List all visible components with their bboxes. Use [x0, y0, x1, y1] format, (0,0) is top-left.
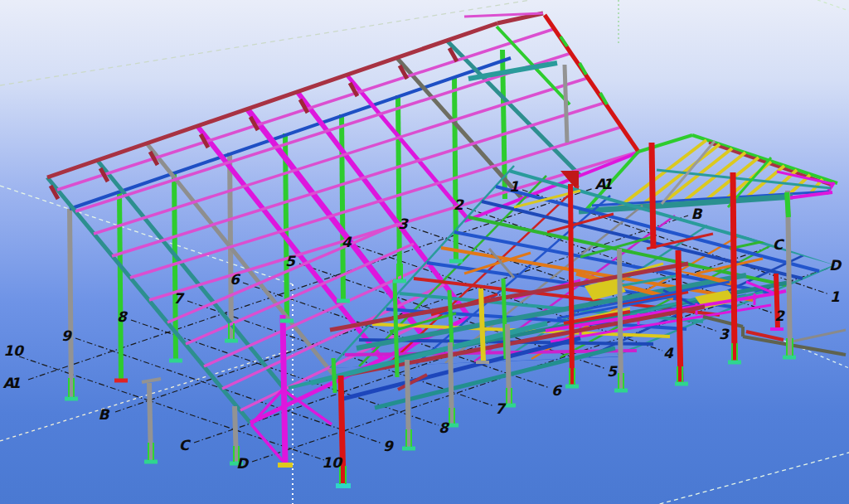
model-view-canvas[interactable]: 1122334455667788991010A1A1BBCCDD: [0, 0, 849, 504]
grid-label-number-10-nw: 10: [3, 342, 25, 359]
grid-label-number-1-se: 1: [830, 288, 840, 305]
grid-label-letter-B-e: B: [691, 206, 703, 222]
grid-label-number-5-se: 5: [607, 363, 618, 380]
grid-label-letter-D-w: D: [236, 455, 250, 472]
grid-label-letter-B-w: B: [99, 406, 110, 423]
grid-label-number-3-nw: 3: [398, 216, 409, 232]
grid-label-number-3-se: 3: [719, 326, 730, 342]
grid-label-number-2-se: 2: [774, 308, 785, 324]
grid-label-number-1-nw: 1: [509, 178, 519, 195]
grid-label-number-10-se: 10: [322, 454, 343, 471]
grid-label-number-2-nw: 2: [454, 196, 464, 213]
grid-label-number-4-se: 4: [663, 345, 674, 361]
grid-label-number-4-nw: 4: [342, 234, 352, 250]
model-viewport[interactable]: 1122334455667788991010A1A1BBCCDD: [0, 0, 849, 504]
grid-label-letter-D-e: D: [829, 257, 842, 274]
grid-label-number-5-nw: 5: [285, 253, 296, 269]
